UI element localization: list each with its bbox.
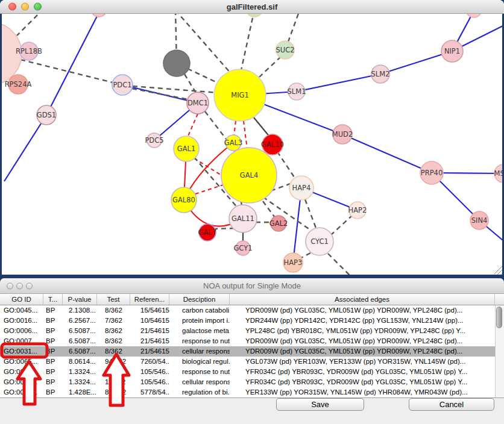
table-row[interactable]: GO:0016...BP6.2567...7/36210/54615protei… <box>0 316 495 326</box>
edge-blue <box>4 115 46 181</box>
column-header-referen-[interactable]: Referen... <box>130 294 169 305</box>
scrollbar-thumb[interactable] <box>496 307 502 328</box>
noa-window: NOA output for Single Mode GO IDT...P-va… <box>0 278 504 424</box>
table-cell: 1.3324... <box>69 377 97 387</box>
edge-blue <box>342 134 432 173</box>
vertical-scrollbar[interactable] <box>495 305 504 398</box>
node-label-GAL80: GAL80 <box>172 196 195 204</box>
table-cell: 7260/54... <box>140 357 169 367</box>
close-button[interactable] <box>7 282 13 289</box>
resize-grip[interactable] <box>500 272 502 275</box>
table-cell: BP <box>46 316 63 326</box>
table-cell: YDR244W (pp) YDR142C, YDR142C (pp) YGL15… <box>245 316 495 326</box>
resize-grip[interactable] <box>494 266 502 274</box>
node-top-pink-right[interactable] <box>466 14 482 17</box>
table-cell: 7/362 <box>105 316 130 326</box>
zoom-button[interactable] <box>34 3 42 11</box>
node-label-GDS1: GDS1 <box>37 111 56 119</box>
table-cell: YDR009W (pd) YGL035C, YML051W (pp) YDR00… <box>245 336 495 346</box>
save-button[interactable]: Save <box>276 398 364 411</box>
table-cell: 10/54615 <box>140 316 169 326</box>
cancel-button[interactable]: Cancel <box>409 398 494 411</box>
node-top-green[interactable] <box>246 14 263 17</box>
table-cell: YDR009W (pd) YGL035C, YML051W (pp) YDR00… <box>245 346 495 357</box>
node-label-MIG1: MIG1 <box>231 91 249 99</box>
table-cell: response to nut... <box>182 367 230 377</box>
graph-window: galFiltered.sif RPL18BRPS24AGDS1PDC1DMC1… <box>0 0 504 278</box>
table-cell: YFR034C (pd) YBR093C, YDR009W (pd) YGL03… <box>245 377 495 387</box>
table-cell: biological regul... <box>182 357 230 367</box>
table-row[interactable]: GO:0007...BP6.5087...8/36221/54615respon… <box>0 336 495 346</box>
node-label-GAL4: GAL4 <box>240 171 259 179</box>
node-label-GAL2: GAL2 <box>269 219 288 228</box>
table-cell: 8/362 <box>105 346 130 357</box>
node-label-SIN4: SIN4 <box>471 216 488 225</box>
edge-graydash <box>305 199 317 229</box>
table-row[interactable]: GO:0031...BP1.3324...11/362105/546...res… <box>0 367 495 377</box>
table-cell: BP <box>46 357 63 367</box>
table-body: GO:0045...BP2.1308...8/36215/54615carbon… <box>0 305 504 398</box>
node-label-RPS24A: RPS24A <box>5 80 32 89</box>
table-cell: regulation of bi... <box>182 387 230 398</box>
minimize-button[interactable] <box>21 3 29 11</box>
table-cell: 11/362 <box>105 377 130 387</box>
edge-graydash <box>132 89 188 99</box>
table-row[interactable]: GO:0031...BP6.5087...8/36221/54615cellul… <box>0 346 495 357</box>
column-header-desciption[interactable]: Desciption <box>169 294 230 305</box>
node-label-MSL1: MSL1 <box>494 169 502 178</box>
edge-dark <box>253 117 270 137</box>
node-label-NIP1: NIP1 <box>444 47 460 55</box>
column-header-go-id[interactable]: GO ID <box>0 294 43 305</box>
table-cell: BP <box>46 346 63 357</box>
edge-graydash <box>17 14 43 36</box>
node-label-PDC1: PDC1 <box>113 81 131 89</box>
table-cell: 8/362 <box>105 336 130 346</box>
table-cell: GO:0007... <box>4 336 43 346</box>
table-cell: 11/362 <box>105 367 130 377</box>
column-header-p-value[interactable]: P-value <box>63 294 97 305</box>
edge-graydash <box>133 86 218 93</box>
node-gray-node[interactable] <box>163 50 190 76</box>
close-button[interactable] <box>8 3 16 11</box>
minimize-button[interactable] <box>16 282 23 289</box>
table-cell: GO:0045... <box>4 305 43 316</box>
table-row[interactable]: GO:0031...BP1.3324...11/362105/546...cel… <box>0 377 495 387</box>
table-cell: 105/546... <box>140 367 169 377</box>
graph-window-titlebar[interactable]: galFiltered.sif <box>0 0 504 14</box>
table-cell: GO:0050... <box>4 387 43 398</box>
table-cell: 15/54615 <box>140 305 169 316</box>
table-cell: 8/362 <box>105 305 130 316</box>
node-top-pink-left[interactable] <box>91 14 107 17</box>
node-label-MUD2: MUD2 <box>332 130 353 139</box>
table-cell: carbon cataboli... <box>182 305 230 316</box>
table-cell: BP <box>46 326 63 336</box>
table-row[interactable]: GO:0045...BP2.1308...8/36215/54615carbon… <box>0 305 495 316</box>
column-header-associated-edges[interactable]: Associated edges <box>230 294 495 305</box>
node-label-GAL7: GAL7 <box>198 228 217 237</box>
network-canvas[interactable]: RPL18BRPS24AGDS1PDC1DMC1MIG1PDC5SUC2SLM1… <box>0 14 504 278</box>
table-row[interactable]: GO:0050...BP1.428E...80/3625778/54...reg… <box>0 387 495 398</box>
node-label-HAP4: HAP4 <box>292 184 311 192</box>
table-cell: 21/54615 <box>140 336 169 346</box>
table-cell: 1.3324... <box>69 367 97 377</box>
table-row[interactable]: GO:0006...BP6.5087...8/36221/54615galact… <box>0 326 495 336</box>
node-label-SLM2: SLM2 <box>371 70 390 78</box>
table-cell: YGL073W (pd) YER103W, YER133W (pp) YOR31… <box>245 357 495 367</box>
edge-graydash <box>328 254 351 275</box>
edge-blue <box>46 14 99 115</box>
table-cell: GO:0065... <box>4 357 43 367</box>
table-cell: 80/362 <box>105 387 130 398</box>
table-cell: 21/54615 <box>140 326 169 336</box>
table-row[interactable]: GO:0065...BP8.0614...94/3627260/54...bio… <box>0 357 495 367</box>
table-cell: GO:0006... <box>4 326 43 336</box>
node-label-CYC1: CYC1 <box>310 237 329 246</box>
zoom-button[interactable] <box>26 282 33 289</box>
table-cell: 105/546... <box>140 377 169 387</box>
table-cell: 5778/54... <box>140 387 169 398</box>
edge-reddash <box>244 121 247 149</box>
table-cell: YDR009W (pd) YGL035C, YML051W (pp) YDR00… <box>245 305 495 316</box>
noa-window-titlebar[interactable]: NOA output for Single Mode <box>0 278 504 294</box>
table-cell: 6.5087... <box>69 346 97 357</box>
column-header-test[interactable]: Test <box>97 294 130 305</box>
column-header-t-[interactable]: T... <box>43 294 63 305</box>
